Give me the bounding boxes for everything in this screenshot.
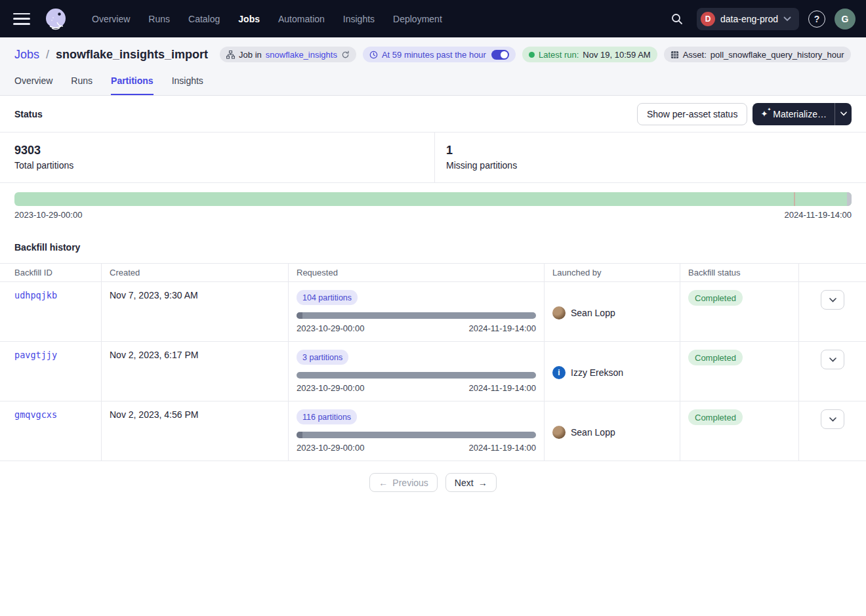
user-avatar[interactable]: G [835, 9, 856, 30]
nav-item-jobs[interactable]: Jobs [238, 14, 260, 24]
partition-range-end: 2024-11-19-14:00 [785, 210, 852, 220]
clock-icon [369, 51, 378, 59]
backfill-history-title: Backfill history [0, 225, 866, 263]
schedule-badge: At 59 minutes past the hour [363, 47, 516, 62]
breadcrumb-separator: / [46, 48, 49, 62]
search-icon[interactable] [667, 9, 688, 30]
created-cell: Nov 2, 2023, 6:17 PM [102, 342, 289, 401]
col-requested: Requested [289, 264, 545, 281]
partitions-count-badge[interactable]: 3 partitions [297, 350, 348, 365]
backfill-range-bar [297, 372, 536, 379]
chevron-down-icon [840, 112, 847, 116]
nav-item-automation[interactable]: Automation [278, 14, 325, 24]
top-nav: Overview Runs Catalog Jobs Automation In… [0, 0, 866, 37]
created-cell: Nov 7, 2023, 9:30 AM [102, 282, 289, 341]
nav-item-deployment[interactable]: Deployment [393, 14, 442, 24]
materialize-button[interactable]: ✦ Materialize… [753, 103, 852, 125]
reload-icon[interactable] [341, 51, 350, 59]
nav-item-runs[interactable]: Runs [148, 14, 170, 24]
pagination: ← Previous Next → [0, 473, 866, 492]
col-actions [799, 264, 866, 281]
avatar [552, 426, 566, 439]
latest-run-badge: Latest run: Nov 19, 10:59 AM [522, 47, 657, 62]
previous-page-button[interactable]: ← Previous [369, 473, 437, 492]
nav-item-overview[interactable]: Overview [92, 14, 130, 24]
chevron-down-icon [829, 298, 836, 302]
repo-link[interactable]: snowflake_insights [266, 50, 337, 60]
range-end: 2024-11-19-14:00 [469, 443, 536, 453]
backfill-range-bar [297, 312, 536, 319]
row-menu-button[interactable] [821, 290, 844, 310]
backfill-id-link[interactable]: udhpqjkb [14, 290, 57, 300]
row-menu-button[interactable] [821, 350, 844, 369]
backfill-id-link[interactable]: gmqvgcxs [14, 409, 57, 420]
partitions-count-badge[interactable]: 116 partitions [297, 409, 357, 424]
stat-total-partitions: 9303 Total partitions [0, 133, 435, 182]
job-in-label: Job in [239, 50, 262, 60]
breadcrumb-jobs-link[interactable]: Jobs [14, 48, 39, 62]
partition-bar-labels: 2023-10-29-00:00 2024-11-19-14:00 [14, 210, 852, 220]
backfill-id-link[interactable]: pavgtjjy [14, 350, 57, 360]
arrow-right-icon: → [478, 478, 487, 488]
backfill-table-header: Backfill ID Created Requested Launched b… [0, 263, 866, 282]
range-end: 2024-11-19-14:00 [469, 323, 536, 333]
row-menu-button[interactable] [821, 409, 844, 429]
launched-by-name: Sean Lopp [571, 427, 615, 438]
nav-item-insights[interactable]: Insights [343, 14, 375, 24]
stat-missing-partitions: 1 Missing partitions [435, 133, 527, 182]
launched-by-name: Sean Lopp [571, 308, 615, 318]
col-backfill-id: Backfill ID [0, 264, 102, 281]
chevron-down-icon [829, 358, 836, 362]
tab-overview[interactable]: Overview [14, 75, 52, 95]
requested-cell: 116 partitions 2023-10-29-00:00 2024-11-… [289, 401, 545, 461]
partition-missing-segment [847, 192, 852, 206]
nav-item-catalog[interactable]: Catalog [188, 14, 220, 24]
status-actions: Show per-asset status ✦ Materialize… [637, 103, 852, 125]
menu-icon[interactable] [13, 13, 30, 25]
table-row: gmqvgcxs Nov 2, 2023, 4:56 PM 116 partit… [0, 401, 866, 461]
nav-right: D data-eng-prod ? G [667, 8, 856, 30]
partition-range-start: 2023-10-29-00:00 [14, 210, 82, 220]
sitemap-icon [226, 51, 235, 59]
status-title: Status [14, 109, 43, 119]
dagster-logo-icon[interactable] [43, 7, 68, 31]
created-cell: Nov 2, 2023, 4:56 PM [102, 401, 289, 461]
asset-link[interactable]: poll_snowflake_query_history_hour [711, 50, 844, 60]
show-per-asset-status-button[interactable]: Show per-asset status [637, 103, 748, 125]
col-launched-by: Launched by [545, 264, 680, 281]
tab-partitions[interactable]: Partitions [111, 75, 154, 95]
status-cell: Completed [680, 401, 799, 461]
help-icon[interactable]: ? [808, 10, 825, 28]
schedule-label: At 59 minutes past the hour [382, 50, 486, 60]
schedule-toggle[interactable] [491, 50, 509, 60]
requested-cell: 104 partitions 2023-10-29-00:00 2024-11-… [289, 282, 545, 341]
launched-by-cell: Sean Lopp [545, 282, 680, 341]
run-status-dot-icon [529, 52, 535, 58]
nav-links: Overview Runs Catalog Jobs Automation In… [92, 14, 442, 24]
status-badge: Completed [688, 409, 743, 425]
page-title: snowflake_insights_import [56, 48, 208, 62]
latest-run-link[interactable]: Nov 19, 10:59 AM [583, 50, 650, 60]
tab-insights[interactable]: Insights [172, 75, 203, 95]
launched-by-name: Izzy Erekson [571, 367, 623, 378]
partition-failed-tick [794, 192, 795, 206]
next-page-button[interactable]: Next → [445, 473, 497, 492]
avatar: i [552, 366, 566, 379]
deployment-badge: D [701, 12, 715, 26]
partitions-count-badge[interactable]: 104 partitions [297, 290, 358, 305]
header-badges: Job in snowflake_insights At 59 minutes … [220, 47, 851, 62]
table-row: udhpqjkb Nov 7, 2023, 9:30 AM 104 partit… [0, 282, 866, 342]
avatar [552, 306, 566, 319]
deployment-name: data-eng-prod [720, 14, 778, 24]
tab-runs[interactable]: Runs [71, 75, 93, 95]
partition-health-bar[interactable] [14, 192, 852, 206]
tab-bar: Overview Runs Partitions Insights [0, 68, 866, 95]
materialize-dropdown-button[interactable] [835, 103, 852, 125]
partition-stats: 9303 Total partitions 1 Missing partitio… [0, 132, 866, 183]
range-start: 2023-10-29-00:00 [297, 323, 364, 333]
status-section-header: Status Show per-asset status ✦ Materiali… [0, 96, 866, 132]
deployment-switcher[interactable]: D data-eng-prod [697, 8, 799, 30]
table-row: pavgtjjy Nov 2, 2023, 6:17 PM 3 partitio… [0, 342, 866, 401]
page-header: Jobs / snowflake_insights_import Job in … [0, 37, 866, 96]
col-created: Created [102, 264, 289, 281]
